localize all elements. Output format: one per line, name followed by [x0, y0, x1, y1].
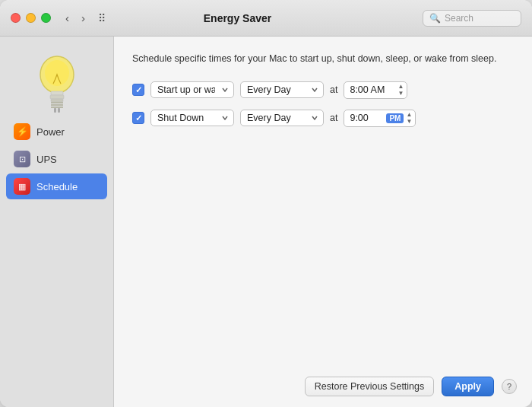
startup-action-wrap: Start up or wake Sleep Wake — [150, 81, 234, 98]
content-area: ⚡ Power ⊡ UPS ▦ Schedule — [0, 37, 532, 407]
shutdown-action-wrap: Shut Down Sleep Restart — [150, 110, 234, 126]
startup-checkbox[interactable] — [132, 84, 144, 96]
sidebar-item-schedule[interactable]: ▦ Schedule — [6, 173, 107, 199]
svg-point-1 — [45, 60, 69, 86]
startup-frequency-select[interactable]: Every Day Weekdays Weekends Sunday Monda… — [240, 81, 324, 98]
startup-time-down[interactable]: ▼ — [397, 91, 404, 97]
titlebar: ‹ › ⠿ Energy Saver 🔍 — [0, 0, 532, 37]
svg-rect-3 — [50, 95, 64, 99]
search-bar: 🔍 — [423, 10, 521, 27]
startup-time-up[interactable]: ▲ — [397, 84, 404, 90]
schedule-icon: ▦ — [14, 178, 30, 195]
window-title: Energy Saver — [52, 12, 423, 24]
bottom-bar: Restore Previous Settings Apply ? — [305, 377, 517, 396]
startup-time-input[interactable] — [350, 84, 395, 95]
startup-time-input-wrap: ▲ ▼ — [344, 81, 407, 99]
shutdown-action-select[interactable]: Shut Down Sleep Restart — [150, 110, 234, 126]
minimize-button[interactable] — [26, 13, 36, 23]
svg-rect-8 — [54, 108, 56, 113]
svg-rect-5 — [51, 102, 63, 103]
close-button[interactable] — [11, 13, 21, 23]
shutdown-frequency-select[interactable]: Every Day Weekdays Weekends Sunday Monda… — [240, 110, 324, 126]
help-button[interactable]: ? — [502, 379, 517, 394]
svg-rect-6 — [51, 104, 63, 106]
shutdown-time-up[interactable]: ▲ — [406, 112, 412, 118]
sidebar-item-ups[interactable]: ⊡ UPS — [6, 146, 107, 172]
shutdown-time-down[interactable]: ▼ — [406, 119, 412, 125]
shutdown-freq-wrap: Every Day Weekdays Weekends Sunday Monda… — [240, 110, 324, 126]
svg-rect-9 — [58, 108, 60, 113]
main-panel: Schedule specific times for your Mac to … — [114, 37, 532, 407]
svg-rect-2 — [51, 91, 63, 95]
startup-at-label: at — [330, 84, 337, 95]
shutdown-checkbox[interactable] — [132, 112, 144, 124]
sidebar-item-power[interactable]: ⚡ Power — [6, 119, 107, 145]
sidebar-item-power-label: Power — [36, 126, 65, 138]
power-icon: ⚡ — [14, 123, 30, 140]
search-icon: 🔍 — [429, 13, 441, 24]
sidebar: ⚡ Power ⊡ UPS ▦ Schedule — [0, 37, 114, 407]
svg-rect-4 — [51, 99, 63, 102]
svg-rect-7 — [51, 107, 63, 108]
sidebar-items: ⚡ Power ⊡ UPS ▦ Schedule — [0, 119, 113, 201]
shutdown-time-spinner: ▲ ▼ — [406, 112, 412, 125]
maximize-button[interactable] — [41, 13, 51, 23]
shutdown-time-input-wrap: PM ▲ ▼ — [344, 110, 416, 127]
pm-badge: PM — [386, 113, 404, 123]
startup-freq-wrap: Every Day Weekdays Weekends Sunday Monda… — [240, 81, 324, 98]
bulb-image — [30, 52, 84, 119]
ups-icon: ⊡ — [14, 151, 30, 167]
schedule-row-startup: Start up or wake Sleep Wake Every Day We… — [132, 81, 514, 99]
sidebar-item-ups-label: UPS — [36, 154, 57, 165]
traffic-lights — [11, 13, 51, 23]
search-input[interactable] — [445, 13, 515, 24]
startup-time-spinner: ▲ ▼ — [397, 84, 404, 97]
window: ‹ › ⠿ Energy Saver 🔍 — [0, 0, 532, 407]
schedule-row-shutdown: Shut Down Sleep Restart Every Day Weekda… — [132, 110, 514, 127]
restore-button[interactable]: Restore Previous Settings — [305, 377, 435, 396]
apply-button[interactable]: Apply — [442, 377, 494, 396]
shutdown-at-label: at — [330, 113, 337, 123]
startup-action-select[interactable]: Start up or wake Sleep Wake — [150, 81, 234, 98]
shutdown-time-input[interactable] — [350, 113, 384, 123]
description-text: Schedule specific times for your Mac to … — [132, 52, 514, 66]
sidebar-item-schedule-label: Schedule — [36, 181, 78, 192]
